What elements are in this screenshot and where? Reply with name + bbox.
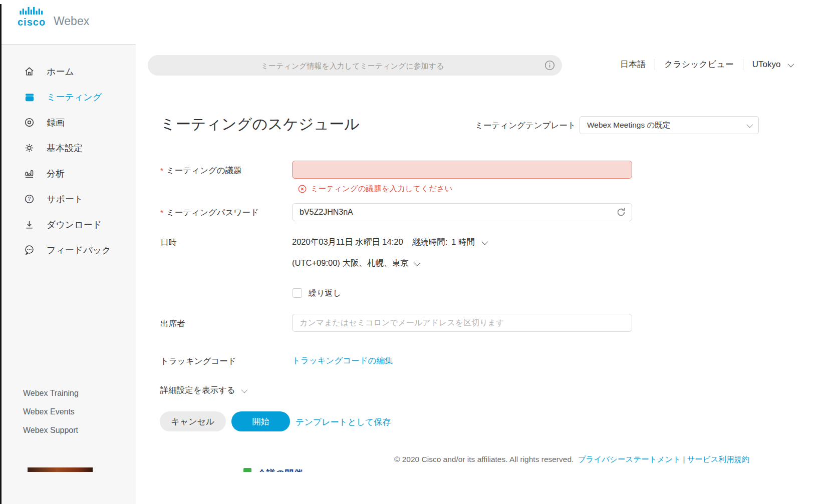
topic-error-row: ミーティングの議題を入力してください — [298, 184, 453, 194]
footer: © 2020 Cisco and/or its affiliates. All … — [394, 454, 839, 465]
timezone-selector[interactable]: (UTC+09:00) 大阪、札幌、東京 — [292, 258, 419, 269]
attendees-input[interactable] — [292, 314, 632, 332]
sidebar-item-label: 分析 — [47, 168, 65, 180]
template-dropdown[interactable]: Webex Meetings の既定 — [580, 116, 759, 134]
top-navigation: 日本語 クラシックビュー UTokyo — [620, 59, 792, 70]
record-icon — [23, 117, 35, 129]
topic-label: ミーティングの議題 — [160, 166, 242, 175]
sidebar-menu: ホーム ミーティング — [0, 45, 136, 263]
page-title: ミーティングのスケジュール — [160, 114, 360, 135]
divider — [655, 59, 655, 70]
template-value: Webex Meetings の既定 — [587, 120, 670, 131]
webex-events-link[interactable]: Webex Events — [23, 407, 79, 416]
chevron-down-icon — [788, 61, 794, 67]
bottom-left-window-artifact — [28, 467, 93, 472]
sidebar-item-label: 基本設定 — [47, 142, 83, 154]
cisco-webex-logo: cisco Webex — [18, 7, 89, 27]
calendar-icon — [23, 91, 35, 103]
duration-value: 1 時間 — [451, 237, 475, 248]
sidebar-item-label: ホーム — [47, 66, 74, 78]
password-label: ミーティングパスワード — [160, 208, 259, 217]
chevron-down-icon — [747, 121, 753, 128]
topic-error-text: ミーティングの議題を入力してください — [311, 184, 453, 194]
recurrence-label: 繰り返し — [309, 288, 341, 299]
join-meeting-input[interactable] — [168, 55, 537, 77]
sidebar-item-insights[interactable]: 分析 — [0, 161, 136, 186]
green-square-icon — [243, 468, 251, 472]
duration-label: 継続時間: — [412, 237, 448, 248]
sidebar-item-label: 録画 — [47, 117, 65, 129]
topic-input[interactable] — [292, 161, 632, 179]
chevron-down-icon — [241, 386, 247, 393]
sidebar-item-meetings[interactable]: ミーティング — [0, 84, 136, 110]
regenerate-password-icon[interactable] — [615, 206, 627, 218]
sidebar-item-label: フィードバック — [47, 244, 111, 256]
timezone-value: (UTC+09:00) 大阪、札幌、東京 — [292, 258, 408, 269]
datetime-value: 2020年03月11日 水曜日 14:20 — [292, 237, 403, 248]
user-menu[interactable]: UTokyo — [752, 60, 792, 70]
gear-icon — [23, 142, 35, 154]
save-as-template-link[interactable]: テンプレートとして保存 — [296, 416, 391, 428]
divider — [743, 59, 743, 70]
cancel-button[interactable]: キャンセル — [160, 411, 226, 431]
tracking-label: トラッキングコード — [160, 356, 236, 367]
terms-of-service-link[interactable]: サービス利用規約 — [687, 455, 750, 463]
webex-support-link[interactable]: Webex Support — [23, 426, 79, 435]
cisco-logo-block: cisco — [18, 7, 48, 27]
sidebar-item-home[interactable]: ホーム — [0, 59, 136, 84]
cisco-bars-icon — [18, 7, 48, 15]
chevron-down-icon[interactable] — [414, 259, 421, 266]
cisco-wordmark: cisco — [18, 17, 48, 27]
sidebar-item-label: ミーティング — [47, 91, 102, 103]
privacy-statement-link[interactable]: プライバシーステートメント — [578, 455, 681, 463]
classic-view-link[interactable]: クラシックビュー — [664, 59, 734, 70]
feedback-icon — [23, 244, 35, 256]
webex-wordmark: Webex — [54, 16, 89, 27]
advanced-toggle-label: 詳細設定を表示する — [160, 385, 235, 396]
bar-chart-icon — [23, 168, 35, 180]
sidebar-item-label: サポート — [47, 193, 83, 205]
error-icon — [298, 185, 307, 193]
start-button[interactable]: 開始 — [231, 411, 290, 431]
password-input[interactable] — [292, 203, 632, 221]
sidebar-item-support[interactable]: ? サポート — [0, 186, 136, 212]
sidebar-item-preferences[interactable]: 基本設定 — [0, 135, 136, 161]
user-name: UTokyo — [752, 60, 781, 69]
datetime-label: 日時 — [160, 237, 177, 248]
language-selector[interactable]: 日本語 — [620, 59, 646, 70]
copyright-text: © 2020 Cisco and/or its affiliates. All … — [394, 455, 574, 463]
info-icon[interactable] — [544, 60, 555, 71]
left-edge-artifact — [0, 4, 2, 504]
show-advanced-settings-toggle[interactable]: 詳細設定を表示する — [160, 385, 246, 396]
sidebar: ホーム ミーティング — [0, 44, 136, 504]
template-label: ミーティングテンプレート — [475, 120, 576, 131]
bottom-center-window-artifact: 会議の開催 — [229, 467, 420, 472]
clipped-window-text: 会議の開催 — [257, 467, 303, 472]
svg-text:?: ? — [28, 196, 31, 202]
attendees-label: 出席者 — [160, 318, 185, 329]
edit-tracking-code-link[interactable]: トラッキングコードの編集 — [292, 355, 393, 366]
sidebar-item-downloads[interactable]: ダウンロード — [0, 212, 136, 237]
footer-separator: | — [683, 455, 685, 463]
home-icon — [23, 66, 35, 78]
help-icon: ? — [23, 193, 35, 205]
webex-scheduler-page: cisco Webex ホーム — [0, 0, 839, 504]
recurrence-checkbox[interactable] — [293, 288, 302, 298]
chevron-down-icon[interactable] — [482, 238, 488, 245]
sidebar-footer-links: Webex Training Webex Events Webex Suppor… — [23, 389, 79, 444]
webex-training-link[interactable]: Webex Training — [23, 389, 79, 398]
password-label-row: ミーティングパスワード — [160, 207, 259, 218]
download-icon — [23, 219, 35, 231]
sidebar-item-label: ダウンロード — [47, 219, 102, 231]
topic-label-row: ミーティングの議題 — [160, 165, 242, 176]
datetime-selector[interactable]: 2020年03月11日 水曜日 14:20 継続時間: 1 時間 — [292, 237, 486, 248]
sidebar-item-feedback[interactable]: フィードバック — [0, 237, 136, 263]
join-meeting-search — [148, 55, 562, 76]
sidebar-item-recordings[interactable]: 録画 — [0, 110, 136, 135]
